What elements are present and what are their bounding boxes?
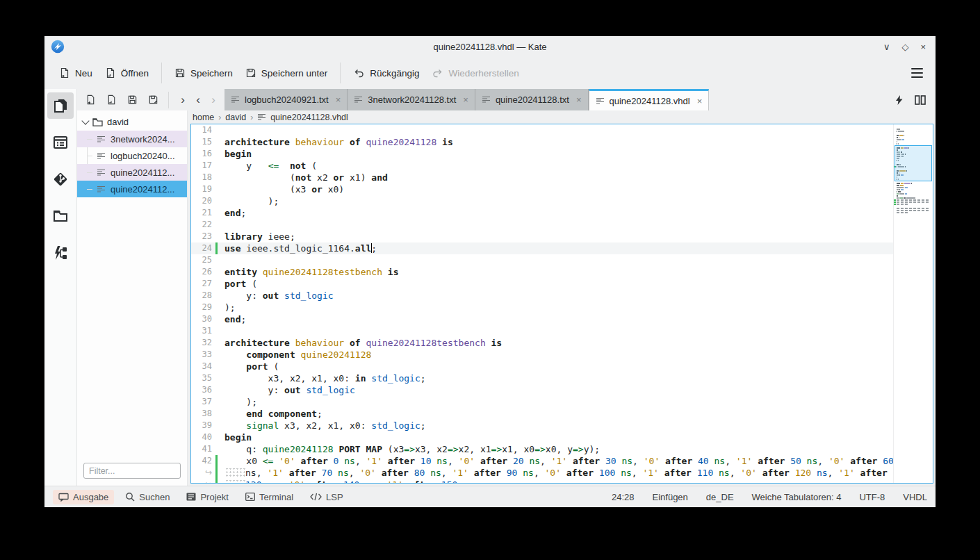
status-tool-ausgabe[interactable]: Ausgabe bbox=[53, 490, 114, 504]
code-line-30[interactable]: 30end; bbox=[191, 313, 893, 325]
sidebar-external-tools-button[interactable] bbox=[47, 240, 74, 266]
code-line-22[interactable]: 22 bbox=[191, 219, 893, 231]
tab-quine20241128.vhdl[interactable]: quine20241128.vhdl× bbox=[589, 89, 710, 110]
code-area[interactable]: 1415architecture behaviour of quine20241… bbox=[191, 124, 893, 483]
undo-button[interactable]: Rückgängig bbox=[347, 63, 425, 83]
code-text bbox=[218, 325, 224, 337]
minimap-viewport[interactable] bbox=[895, 145, 932, 181]
maximize-button[interactable]: ◇ bbox=[901, 42, 908, 52]
code-line-33[interactable]: 33 component quine20241128 bbox=[191, 349, 893, 361]
minimize-button[interactable]: ∨ bbox=[883, 42, 890, 52]
syntax-mode[interactable]: VHDL bbox=[903, 492, 927, 502]
editor-view[interactable]: 1415architecture behaviour of quine20241… bbox=[190, 124, 933, 484]
filter-input[interactable] bbox=[83, 463, 181, 479]
line-number: 15 bbox=[191, 136, 212, 148]
status-tool-lsp[interactable]: LSP bbox=[304, 490, 349, 504]
code-line-wrap[interactable]: ↪130 ns, '0' after 140 ns, '1' after 150… bbox=[191, 479, 893, 483]
code-line-20[interactable]: 20 ); bbox=[191, 195, 893, 207]
input-mode[interactable]: Einfügen bbox=[653, 492, 688, 502]
minimap-row bbox=[897, 206, 933, 207]
menu-hamburger-icon[interactable] bbox=[907, 64, 927, 82]
dictionary[interactable]: de_DE bbox=[706, 492, 734, 502]
tree-item-quine2024112[interactable]: quine2024112... bbox=[77, 164, 187, 181]
status-tool-terminal[interactable]: Terminal bbox=[240, 490, 299, 504]
window-title: quine20241128.vhdl — Kate bbox=[44, 42, 936, 52]
quick-open-icon[interactable] bbox=[895, 95, 904, 105]
code-line-38[interactable]: 38 end component; bbox=[191, 408, 893, 420]
tree-item-3network2024[interactable]: 3network2024... bbox=[77, 131, 187, 147]
code-line-wrap[interactable]: ↪ns, '1' after 70 ns, '0' after 80 ns, '… bbox=[191, 467, 893, 479]
code-line-31[interactable]: 31 bbox=[191, 325, 893, 337]
code-line-14[interactable]: 14 bbox=[191, 124, 893, 136]
nav-forward-icon[interactable]: › bbox=[177, 94, 188, 106]
tab-save-as-button[interactable] bbox=[148, 94, 158, 105]
sidebar-documents-button[interactable] bbox=[47, 92, 74, 119]
code-line-18[interactable]: 18 (not x2 or x1) and bbox=[191, 172, 893, 183]
code-line-25[interactable]: 25 bbox=[191, 254, 893, 266]
code-line-27[interactable]: 27port ( bbox=[191, 278, 893, 290]
redo-button[interactable]: Wiederherstellen bbox=[425, 63, 525, 83]
line-number: 39 bbox=[191, 420, 212, 431]
breadcrumb-home[interactable]: home bbox=[193, 113, 214, 122]
open-button[interactable]: Öffnen bbox=[99, 63, 155, 83]
tree-root-folder[interactable]: david bbox=[77, 114, 187, 131]
new-button[interactable]: Neu bbox=[53, 63, 99, 83]
code-line-28[interactable]: 28 y: out std_logic bbox=[191, 290, 893, 302]
code-line-23[interactable]: 23library ieee; bbox=[191, 231, 893, 242]
nav-back-icon[interactable]: ‹ bbox=[193, 94, 204, 106]
tab-mode[interactable]: Weiche Tabulatoren: 4 bbox=[752, 492, 842, 502]
code-line-32[interactable]: 32architecture behaviour of quine2024112… bbox=[191, 337, 893, 349]
cursor-position[interactable]: 24:28 bbox=[612, 492, 635, 502]
line-number: 21 bbox=[191, 207, 212, 219]
main-toolbar: Neu Öffnen Speichern Speichern unter Rüc… bbox=[44, 57, 936, 89]
sidebar-symbols-button[interactable] bbox=[47, 129, 74, 156]
encoding[interactable]: UTF-8 bbox=[859, 492, 885, 502]
close-button[interactable]: × bbox=[920, 42, 926, 52]
tab-quine20241128.txt[interactable]: quine20241128.txt× bbox=[475, 89, 589, 110]
split-view-icon[interactable] bbox=[915, 95, 926, 105]
minimap-scrollbar[interactable] bbox=[893, 124, 933, 483]
code-line-41[interactable]: 41 q: quine20241128 PORT MAP (x3=>x3, x2… bbox=[191, 443, 893, 455]
code-line-36[interactable]: 36 y: out std_logic bbox=[191, 384, 893, 396]
line-number: 34 bbox=[191, 361, 212, 372]
code-line-24[interactable]: 24use ieee.std_logic_1164.all; bbox=[191, 242, 893, 254]
sidebar-git-button[interactable] bbox=[47, 166, 74, 192]
code-line-42[interactable]: 42 x0 <= '0' after 0 ns, '1' after 10 ns… bbox=[191, 455, 893, 467]
code-line-19[interactable]: 19 (x3 or x0) bbox=[191, 183, 893, 195]
sidebar-filesystem-button[interactable] bbox=[47, 203, 74, 229]
code-line-39[interactable]: 39 signal x3, x2, x1, x0: std_logic; bbox=[191, 420, 893, 431]
code-line-15[interactable]: 15architecture behaviour of quine2024112… bbox=[191, 136, 893, 148]
save-button[interactable]: Speichern bbox=[168, 63, 239, 83]
code-line-37[interactable]: 37 ); bbox=[191, 396, 893, 408]
tab-open-file-button[interactable] bbox=[106, 94, 117, 105]
nav-forward-disabled-icon[interactable]: › bbox=[208, 94, 219, 106]
code-line-21[interactable]: 21end; bbox=[191, 207, 893, 219]
line-number: 23 bbox=[191, 231, 212, 242]
tab-save-button[interactable] bbox=[127, 94, 138, 105]
breadcrumb-david[interactable]: david bbox=[225, 113, 246, 122]
code-line-40[interactable]: 40begin bbox=[191, 431, 893, 443]
tab-new-file-button[interactable] bbox=[85, 94, 96, 105]
minimap-row bbox=[897, 210, 933, 211]
code-line-16[interactable]: 16begin bbox=[191, 148, 893, 160]
minimap-row bbox=[897, 183, 933, 184]
tab-3network20241128.txt[interactable]: 3network20241128.txt× bbox=[348, 89, 475, 110]
tree-item-logbuch20240[interactable]: logbuch20240... bbox=[77, 147, 187, 164]
tab-logbuch20240921.txt[interactable]: logbuch20240921.txt× bbox=[224, 89, 348, 110]
status-tool-suchen[interactable]: Suchen bbox=[120, 490, 175, 504]
breadcrumb-file[interactable]: quine20241128.vhdl bbox=[270, 113, 348, 122]
tab-close-icon[interactable]: × bbox=[463, 94, 468, 105]
code-line-29[interactable]: 29); bbox=[191, 302, 893, 313]
breadcrumb[interactable]: home › david › quine20241128.vhdl bbox=[190, 110, 933, 124]
tab-close-icon[interactable]: × bbox=[697, 96, 703, 106]
save-as-button[interactable]: Speichern unter bbox=[239, 63, 334, 83]
tab-close-icon[interactable]: × bbox=[576, 94, 582, 105]
code-line-34[interactable]: 34 port ( bbox=[191, 361, 893, 372]
tree-item-quine2024112[interactable]: quine2024112... bbox=[77, 181, 187, 197]
title-bar[interactable]: quine20241128.vhdl — Kate ∨ ◇ × bbox=[44, 36, 936, 57]
code-line-17[interactable]: 17 y <= not ( bbox=[191, 160, 893, 172]
code-line-26[interactable]: 26entity quine20241128testbench is bbox=[191, 266, 893, 278]
tab-close-icon[interactable]: × bbox=[336, 94, 341, 105]
code-line-35[interactable]: 35 x3, x2, x1, x0: in std_logic; bbox=[191, 372, 893, 384]
status-tool-projekt[interactable]: Projekt bbox=[181, 490, 234, 504]
